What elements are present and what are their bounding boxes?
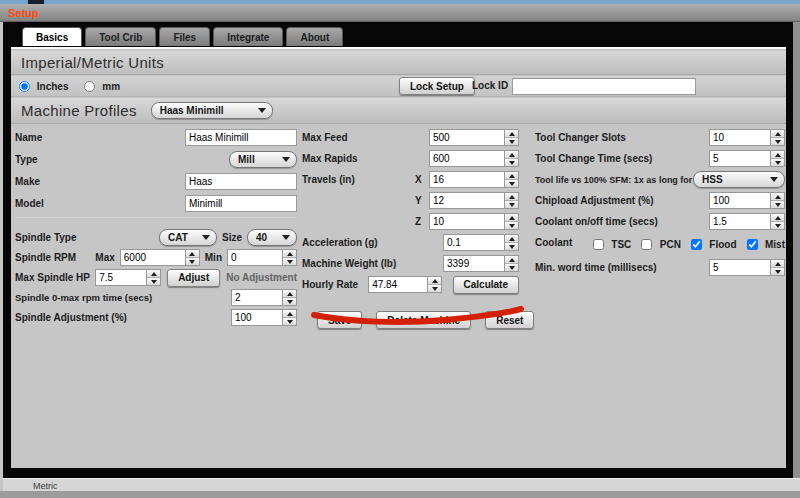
adjust-button[interactable]: Adjust xyxy=(167,269,220,287)
tool-changer-slots-input[interactable] xyxy=(710,130,770,145)
spin-down-button[interactable] xyxy=(505,221,518,229)
max-spindle-hp-input[interactable] xyxy=(96,270,146,285)
tab-tool-crib[interactable]: Tool Crib xyxy=(85,27,156,46)
max-rapids-input[interactable] xyxy=(430,151,504,166)
max-feed-input[interactable] xyxy=(430,130,504,145)
spin-up-button[interactable] xyxy=(771,193,784,200)
max-feed-stepper[interactable] xyxy=(429,129,519,146)
spin-up-button[interactable] xyxy=(283,310,296,317)
tab-basics[interactable]: Basics xyxy=(22,27,82,46)
coolant-pcn-option[interactable]: PCN xyxy=(631,234,681,252)
calculate-button[interactable]: Calculate xyxy=(453,276,519,294)
spin-up-button[interactable] xyxy=(505,151,518,158)
spindle-type-select[interactable]: CAT xyxy=(159,229,217,246)
spin-up-button[interactable] xyxy=(505,130,518,137)
coolant-flood-option[interactable]: Flood xyxy=(681,234,737,252)
spin-down-button[interactable] xyxy=(505,137,518,145)
spin-up-button[interactable] xyxy=(771,151,784,158)
spindle-adjustment-stepper[interactable] xyxy=(231,309,297,326)
tab-files[interactable]: Files xyxy=(159,27,210,46)
spin-down-button[interactable] xyxy=(771,267,784,275)
spin-down-button[interactable] xyxy=(283,297,296,305)
spindle-rpm-min-stepper[interactable] xyxy=(227,249,297,266)
spin-down-button[interactable] xyxy=(505,200,518,208)
spin-down-button[interactable] xyxy=(283,257,296,265)
spin-up-button[interactable] xyxy=(505,256,518,263)
machine-profile-select[interactable]: Haas Minimill xyxy=(151,102,273,119)
coolant-tsc-checkbox[interactable] xyxy=(593,239,604,250)
spindle-zero-max-input[interactable] xyxy=(232,290,282,305)
model-input[interactable] xyxy=(185,195,297,212)
name-input[interactable] xyxy=(185,129,297,146)
spindle-rpm-max-input[interactable] xyxy=(121,250,185,265)
max-spindle-hp-stepper[interactable] xyxy=(95,269,161,286)
spin-up-button[interactable] xyxy=(505,193,518,200)
spin-up-button[interactable] xyxy=(771,130,784,137)
acceleration-input[interactable] xyxy=(444,235,504,250)
coolant-mist-checkbox[interactable] xyxy=(747,239,758,250)
chipload-stepper[interactable] xyxy=(709,192,785,209)
spindle-size-select[interactable]: 40 xyxy=(247,229,297,246)
spin-down-button[interactable] xyxy=(771,158,784,166)
spin-up-button[interactable] xyxy=(283,290,296,297)
lock-id-input[interactable] xyxy=(512,78,696,95)
spin-up-button[interactable] xyxy=(771,214,784,221)
min-word-time-stepper[interactable] xyxy=(709,259,785,276)
spin-up-button[interactable] xyxy=(505,172,518,179)
spin-down-button[interactable] xyxy=(505,242,518,250)
window-titlebar[interactable]: Setup xyxy=(0,4,800,22)
max-rapids-stepper[interactable] xyxy=(429,150,519,167)
acceleration-stepper[interactable] xyxy=(443,234,519,251)
spindle-rpm-min-input[interactable] xyxy=(228,250,282,265)
spindle-zero-max-stepper[interactable] xyxy=(231,289,297,306)
mm-radio[interactable] xyxy=(84,81,95,92)
machine-weight-stepper[interactable] xyxy=(443,255,519,272)
spin-down-button[interactable] xyxy=(771,137,784,145)
spin-down-button[interactable] xyxy=(505,158,518,166)
spin-up-button[interactable] xyxy=(147,270,160,277)
chipload-input[interactable] xyxy=(710,193,770,208)
tool-change-time-input[interactable] xyxy=(710,151,770,166)
lock-setup-button[interactable]: Lock Setup xyxy=(399,77,475,95)
travels-y-input[interactable] xyxy=(430,193,504,208)
spin-up-button[interactable] xyxy=(505,235,518,242)
spin-down-button[interactable] xyxy=(283,317,296,325)
inches-option[interactable]: Inches xyxy=(19,81,68,92)
coolant-tsc-option[interactable]: TSC xyxy=(583,234,631,252)
tool-changer-slots-stepper[interactable] xyxy=(709,129,785,146)
coolant-flood-checkbox[interactable] xyxy=(691,239,702,250)
min-word-time-input[interactable] xyxy=(710,260,770,275)
coolant-mist-option[interactable]: Mist xyxy=(737,234,785,252)
tool-change-time-stepper[interactable] xyxy=(709,150,785,167)
mm-option[interactable]: mm xyxy=(84,81,120,92)
tab-integrate[interactable]: Integrate xyxy=(213,27,283,46)
spin-down-button[interactable] xyxy=(147,277,160,285)
spin-down-button[interactable] xyxy=(428,284,441,292)
coolant-time-stepper[interactable] xyxy=(709,213,785,230)
hourly-rate-stepper[interactable] xyxy=(368,276,442,293)
delete-machine-button[interactable]: Delete Machine xyxy=(376,311,471,329)
save-button[interactable]: Save xyxy=(317,311,362,329)
coolant-time-input[interactable] xyxy=(710,214,770,229)
hourly-rate-input[interactable] xyxy=(369,277,427,292)
spin-down-button[interactable] xyxy=(505,179,518,187)
spindle-adjustment-input[interactable] xyxy=(232,310,282,325)
spin-down-button[interactable] xyxy=(186,257,199,265)
spin-up-button[interactable] xyxy=(186,250,199,257)
inches-radio[interactable] xyxy=(19,81,30,92)
spin-up-button[interactable] xyxy=(283,250,296,257)
travels-z-input[interactable] xyxy=(430,214,504,229)
spin-down-button[interactable] xyxy=(505,263,518,271)
travels-x-stepper[interactable] xyxy=(429,171,519,188)
tool-life-select[interactable]: HSS xyxy=(693,171,785,188)
coolant-pcn-checkbox[interactable] xyxy=(641,239,652,250)
tab-about[interactable]: About xyxy=(286,27,343,46)
travels-z-stepper[interactable] xyxy=(429,213,519,230)
spin-down-button[interactable] xyxy=(771,200,784,208)
spin-down-button[interactable] xyxy=(771,221,784,229)
spindle-rpm-max-stepper[interactable] xyxy=(120,249,200,266)
machine-weight-input[interactable] xyxy=(444,256,504,271)
make-input[interactable] xyxy=(185,173,297,190)
type-select[interactable]: Mill xyxy=(229,151,297,168)
travels-x-input[interactable] xyxy=(430,172,504,187)
